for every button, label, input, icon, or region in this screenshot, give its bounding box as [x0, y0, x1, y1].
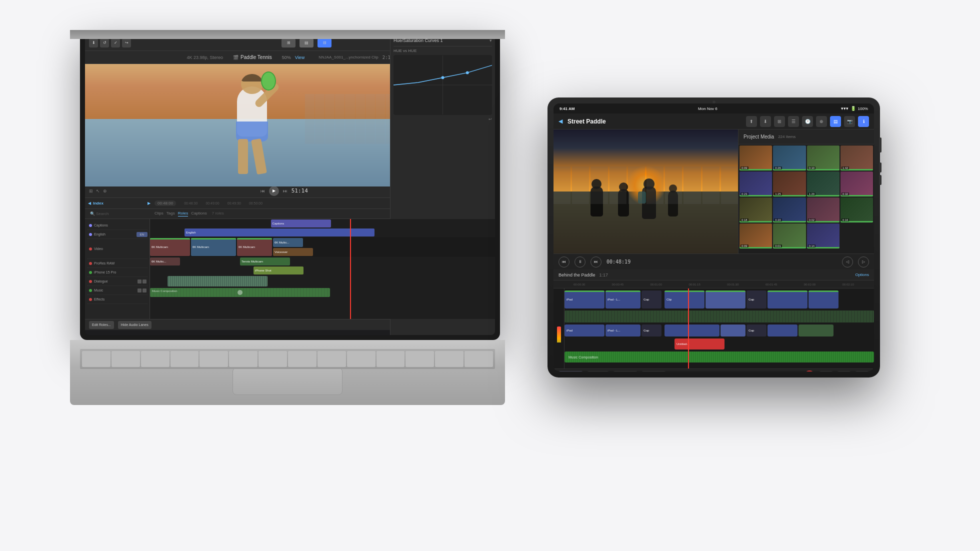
ipad-back-btn[interactable]: ◀	[558, 118, 562, 124]
tab-captions[interactable]: Captions	[191, 211, 207, 216]
ipad-bottom-clip-4[interactable]	[720, 324, 746, 336]
ipad-vol-down[interactable]	[879, 175, 882, 185]
hide-audio-btn[interactable]: Hide Audio Lanes	[118, 321, 152, 329]
fcp-ctrl-icon-3[interactable]: ⊕	[103, 188, 107, 194]
media-thumb-2[interactable]: 0:26	[773, 146, 806, 170]
view-toggle-3[interactable]: ⊟	[318, 38, 332, 48]
toolbar-icon-4[interactable]: ↪	[122, 38, 131, 48]
toolbar-icon-3[interactable]: ✓	[111, 38, 120, 48]
media-thumb-1[interactable]: 0:09	[740, 146, 772, 170]
ipad-music-clip[interactable]: Music Composition	[564, 352, 874, 362]
media-thumb-9[interactable]: 0:18	[740, 198, 772, 222]
media-thumb-15[interactable]: 0:14	[807, 224, 840, 248]
caption-clip-1[interactable]: Captions	[271, 220, 331, 228]
nav-icon-share[interactable]: ⬆	[746, 116, 757, 127]
iphone-clip-1[interactable]: iPhone Shot	[254, 266, 304, 274]
media-thumb-4[interactable]: 1:42	[840, 146, 873, 170]
fcp-ctrl-icon-1[interactable]: ⊞	[89, 188, 93, 194]
ipad-bottom-clip-2[interactable]: iPad - L...	[606, 324, 640, 336]
ipad-clip-gap-1[interactable]: Gap	[642, 290, 662, 308]
ipad-clip-gap-2[interactable]: Gap	[746, 290, 766, 308]
nav-icon-camera[interactable]: 📷	[844, 116, 855, 127]
ipad-power-btn[interactable]	[879, 138, 882, 152]
fcp-ctrl-icon-2[interactable]: ↖	[96, 188, 100, 194]
ipad-clip-5[interactable]	[768, 290, 808, 308]
nav-icon-inspect[interactable]: ℹ	[858, 116, 869, 127]
tab-clips[interactable]: Clips	[154, 211, 164, 216]
video-clip-2[interactable]: 6K Multicam	[191, 238, 236, 256]
ipad-clip-7[interactable]	[768, 324, 798, 336]
ipad-ctrl-1[interactable]: ◁	[842, 256, 853, 268]
ipad-btn-gear[interactable]: ⚙	[855, 371, 869, 372]
view-toggle-1[interactable]: ⊞	[282, 38, 296, 48]
inspect-btn[interactable]: Inspect	[558, 371, 583, 372]
view-toggle-2[interactable]: ▤	[300, 38, 314, 48]
ipad-bottom-gap[interactable]: Gap	[642, 324, 662, 336]
ipad-next-btn[interactable]: ⏭	[590, 256, 602, 268]
ipad-btn-zoom[interactable]: ⊞	[819, 371, 833, 372]
ipad-btn-3[interactable]: Source	[613, 371, 638, 372]
media-thumb-14[interactable]: 0:01	[773, 224, 806, 248]
ipad-clip-ipad-2[interactable]: iPad - L...	[606, 290, 640, 308]
ipad-btn-4[interactable]: Render	[642, 371, 666, 372]
media-thumb-10[interactable]: 0:20	[773, 198, 806, 222]
nav-icon-grid[interactable]: ⊞	[774, 116, 785, 127]
video-clip-1[interactable]: 6K Multicam	[150, 238, 190, 256]
toolbar-icon-2[interactable]: ↺	[100, 38, 109, 48]
play-back-icon[interactable]: ⏮	[260, 188, 265, 194]
music-composition-clip[interactable]: Music Composition	[150, 288, 330, 297]
nav-icon-clock[interactable]: 🕐	[802, 116, 813, 127]
ipad-vol-up[interactable]	[879, 162, 882, 172]
nav-icon-list[interactable]: ☰	[788, 116, 799, 127]
d-ctrl-1[interactable]	[138, 280, 142, 284]
fcp-view-btn[interactable]: View	[295, 55, 304, 60]
play-fwd-icon[interactable]: ⏭	[283, 188, 288, 194]
m-ctrl-1[interactable]	[138, 288, 142, 292]
voiceover-clip[interactable]: Voiceover	[273, 248, 313, 256]
toolbar-icon-1[interactable]: ⬇	[89, 38, 98, 48]
ipad-bottom-clip-1[interactable]: iPad	[564, 324, 604, 336]
ipad-clip-4[interactable]	[706, 290, 746, 308]
ipad-thumb-row[interactable]	[798, 324, 834, 336]
media-thumb-13[interactable]: 0:09	[740, 224, 772, 248]
media-thumb-5[interactable]: 0:23	[740, 172, 772, 196]
record-btn[interactable]: ⏺	[804, 370, 815, 372]
ipad-btn-2[interactable]: Share	[587, 371, 609, 372]
d-ctrl-2[interactable]	[142, 280, 146, 284]
macbook-trackpad[interactable]	[232, 368, 342, 395]
options-link[interactable]: Options	[855, 272, 869, 277]
video-clip-3[interactable]: 6K Multicam	[237, 238, 272, 256]
media-thumb-8[interactable]: 0:32	[840, 172, 873, 196]
play-pause-btn[interactable]: ▶	[269, 186, 279, 196]
prores-clip-2[interactable]: Tennis Multicam	[240, 258, 290, 266]
media-thumb-3[interactable]: 0:10	[807, 146, 840, 170]
nav-icon-import[interactable]: ⬇	[760, 116, 771, 127]
ipad-bottom-clip-3[interactable]	[664, 324, 720, 336]
ipad-untitled-clip[interactable]: Untitled-1	[674, 338, 724, 350]
ipad-clip-6[interactable]	[808, 290, 838, 308]
nav-icon-zoom[interactable]: ⊕	[816, 116, 827, 127]
ipad-ctrl-2[interactable]: ▷	[858, 256, 869, 268]
tab-roles[interactable]: Roles	[178, 211, 188, 216]
english-clip-1[interactable]: English	[184, 228, 374, 236]
nav-icon-photo[interactable]: ▤	[830, 116, 841, 127]
tab-tags[interactable]: Tags	[166, 211, 175, 216]
ipad-btn-fit[interactable]: ⊡	[837, 371, 851, 372]
m-ctrl-2[interactable]	[142, 288, 146, 292]
search-field[interactable]: Search	[96, 212, 108, 216]
inspector-reset[interactable]: ↩	[488, 117, 492, 122]
ipad-prev-btn[interactable]: ⏮	[558, 256, 570, 268]
ipad-clip-3[interactable]: Clip	[664, 290, 704, 308]
edit-roles-btn[interactable]: Edit Roles...	[89, 321, 114, 329]
media-thumb-11[interactable]: 0:02	[807, 198, 840, 222]
ipad-play-pause-btn[interactable]: ⏸	[574, 256, 586, 268]
video-clip-4[interactable]: 6K Multic...	[273, 238, 303, 247]
ipad-gap-2[interactable]: Gap	[746, 324, 766, 336]
ipad-clip-ipad-1[interactable]: iPad	[564, 290, 604, 308]
media-thumb-12[interactable]: 0:16	[840, 198, 873, 222]
media-thumb-6[interactable]: 1:25	[773, 172, 806, 196]
prores-clip-1[interactable]: 6K Multic...	[150, 258, 180, 266]
ruler-7: 00:02:10	[842, 283, 854, 286]
dialogue-clip[interactable]	[168, 276, 268, 286]
media-thumb-7[interactable]: 1:20	[807, 172, 840, 196]
